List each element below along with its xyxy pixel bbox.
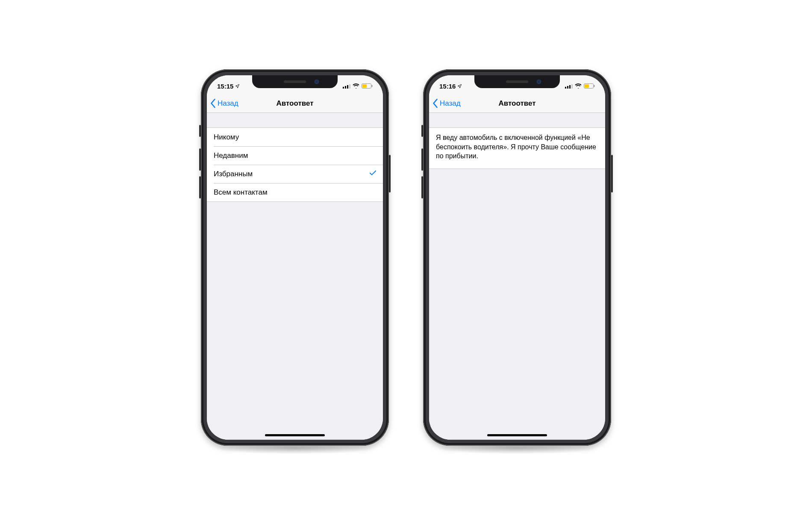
option-label: Всем контактам — [214, 188, 268, 197]
auto-reply-text-field[interactable]: Я веду автомобиль с включенной функцией … — [429, 127, 605, 169]
option-row-nobody[interactable]: Никому — [207, 128, 383, 146]
volume-down-button — [421, 176, 423, 198]
speaker-grill — [506, 80, 528, 83]
svg-rect-1 — [345, 86, 346, 89]
svg-rect-7 — [565, 87, 566, 89]
chevron-left-icon — [210, 99, 216, 108]
device-frame-left: 15:15 Назад Авт — [201, 69, 389, 446]
nav-bar: Назад Автоответ — [207, 94, 383, 113]
silence-switch — [421, 125, 423, 137]
silence-switch — [199, 125, 201, 137]
screen-left: 15:15 Назад Авт — [207, 75, 383, 440]
wifi-icon — [575, 83, 582, 89]
home-indicator[interactable] — [265, 434, 325, 436]
svg-rect-8 — [567, 86, 568, 89]
checkmark-icon — [370, 170, 376, 178]
auto-reply-text: Я веду автомобиль с включенной функцией … — [436, 134, 596, 160]
option-row-favorites[interactable]: Избранным — [207, 165, 383, 183]
power-button — [389, 155, 391, 192]
nav-bar: Назад Автоответ — [429, 94, 605, 113]
svg-rect-0 — [343, 87, 344, 89]
speaker-grill — [284, 80, 306, 83]
svg-rect-3 — [349, 84, 350, 89]
svg-rect-12 — [585, 84, 589, 88]
screen-right: 15:16 Назад Авт — [429, 75, 605, 440]
location-icon — [235, 83, 240, 90]
home-indicator[interactable] — [487, 434, 547, 436]
device-frame-right: 15:16 Назад Авт — [423, 69, 611, 446]
content-area: Никому Недавним Избранным Всем контактам — [207, 113, 383, 440]
option-row-recents[interactable]: Недавним — [207, 146, 383, 165]
volume-down-button — [199, 176, 201, 198]
status-time: 15:15 — [217, 83, 233, 90]
power-button — [611, 155, 613, 192]
back-button[interactable]: Назад — [432, 99, 461, 108]
front-camera — [537, 80, 541, 84]
cellular-signal-icon — [343, 84, 350, 89]
volume-up-button — [199, 148, 201, 171]
back-label: Назад — [440, 99, 461, 108]
svg-rect-2 — [347, 85, 348, 89]
option-label: Никому — [214, 133, 239, 142]
option-label: Недавним — [214, 151, 248, 160]
cellular-signal-icon — [565, 84, 573, 89]
svg-rect-5 — [362, 84, 367, 88]
chevron-left-icon — [432, 99, 438, 108]
option-label: Избранным — [214, 170, 253, 178]
option-row-all-contacts[interactable]: Всем контактам — [207, 183, 383, 201]
back-button[interactable]: Назад — [210, 99, 238, 108]
battery-icon — [584, 83, 595, 89]
svg-rect-10 — [571, 84, 573, 89]
back-label: Назад — [218, 99, 238, 108]
options-group: Никому Недавним Избранным Всем контактам — [207, 127, 383, 202]
location-icon — [457, 83, 462, 90]
status-time: 15:16 — [439, 83, 456, 90]
notch — [474, 75, 560, 88]
front-camera — [315, 80, 319, 84]
page-title: Автоответ — [276, 99, 313, 108]
wifi-icon — [353, 83, 359, 89]
svg-rect-13 — [594, 85, 595, 87]
content-area: Я веду автомобиль с включенной функцией … — [429, 113, 605, 440]
frame-shadow — [436, 442, 598, 454]
notch — [252, 75, 338, 88]
volume-up-button — [421, 148, 423, 171]
svg-rect-9 — [569, 85, 571, 89]
page-title: Автоответ — [498, 99, 535, 108]
svg-rect-6 — [372, 85, 373, 87]
frame-shadow — [214, 442, 376, 454]
battery-icon — [362, 83, 373, 89]
